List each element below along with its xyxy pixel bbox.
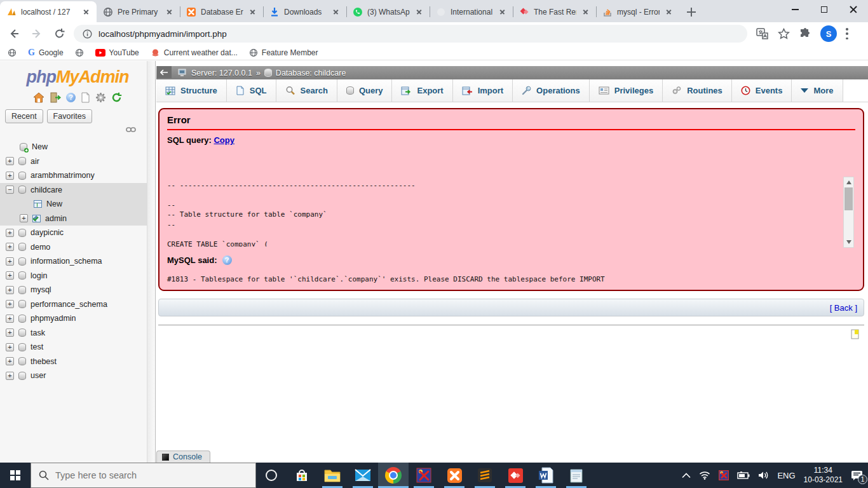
tree-item-thebest[interactable]: +thebest xyxy=(0,355,155,369)
tree-item-performance-schema[interactable]: +performance_schema xyxy=(0,297,155,312)
scroll-down-icon[interactable] xyxy=(846,240,851,244)
help-icon[interactable]: ? xyxy=(222,255,232,265)
browser-tab-whatsapp[interactable]: (3) WhatsApp xyxy=(346,1,430,22)
taskbar-clock[interactable]: 11:3410-03-2021 xyxy=(804,466,843,485)
scroll-up-icon[interactable] xyxy=(846,180,851,184)
expand-icon[interactable]: + xyxy=(6,315,14,323)
tab-structure[interactable]: Structure xyxy=(156,79,227,102)
expand-icon[interactable]: + xyxy=(6,329,14,337)
tree-item-mysql[interactable]: +mysql xyxy=(0,283,155,297)
speaker-icon[interactable] xyxy=(758,471,769,480)
expand-icon[interactable]: + xyxy=(20,214,28,222)
expand-icon[interactable]: + xyxy=(6,343,14,351)
logout-icon[interactable] xyxy=(50,92,61,103)
sidebar-collapse-button[interactable] xyxy=(157,66,172,78)
code-scrollbar[interactable] xyxy=(843,177,854,248)
expand-icon[interactable]: + xyxy=(6,286,14,294)
minimize-button[interactable] xyxy=(780,0,810,19)
tab-query[interactable]: Query xyxy=(337,79,393,102)
tree-item-air[interactable]: +air xyxy=(0,154,155,169)
refresh-icon[interactable] xyxy=(111,92,122,103)
browser-tab-fastremote[interactable]: The Fast Remo xyxy=(513,1,596,22)
expand-icon[interactable]: + xyxy=(6,357,14,365)
taskbar-app-explorer[interactable] xyxy=(317,463,348,488)
tab-import[interactable]: Import xyxy=(453,79,513,102)
recent-button[interactable]: Recent xyxy=(5,109,43,123)
tree-item-childcare-new-table[interactable]: New xyxy=(0,197,155,212)
tab-export[interactable]: Export xyxy=(392,79,452,102)
expand-icon[interactable]: + xyxy=(6,229,14,237)
taskbar-search[interactable] xyxy=(31,463,256,488)
notification-center-button[interactable]: 1 xyxy=(851,470,863,481)
favorites-button[interactable]: Favorites xyxy=(47,109,92,123)
expand-icon[interactable]: + xyxy=(6,172,14,180)
bookmark-feature-member[interactable]: Feature Member xyxy=(249,48,318,57)
taskbar-app-mail[interactable] xyxy=(348,463,378,488)
browser-tab-localhost[interactable]: localhost / 127 xyxy=(0,1,97,22)
tab-operations[interactable]: Operations xyxy=(513,79,590,102)
tree-item-new-database[interactable]: New xyxy=(0,140,155,154)
expand-icon[interactable]: + xyxy=(6,257,14,266)
tree-item-test[interactable]: +test xyxy=(0,340,155,355)
tree-item-task[interactable]: +task xyxy=(0,326,155,341)
bookmark-google[interactable]: GGoogle xyxy=(28,48,64,58)
home-icon[interactable] xyxy=(33,92,44,103)
translate-icon[interactable] xyxy=(756,27,769,40)
tree-item-childcare[interactable]: −childcare xyxy=(0,183,155,198)
browser-tab-preprimary[interactable]: Pre Primary Sc xyxy=(97,1,180,22)
bookmark-star-icon[interactable] xyxy=(778,28,790,40)
profile-avatar[interactable]: S xyxy=(820,25,837,42)
bookmark-weather[interactable]: Current weather dat... xyxy=(151,48,238,57)
taskbar-app-store[interactable] xyxy=(287,463,317,488)
tree-item-daypicnic[interactable]: +daypicnic xyxy=(0,226,155,240)
bookmark-globe-2[interactable] xyxy=(75,48,84,57)
breadcrumb-server[interactable]: Server: 127.0.0.1 xyxy=(191,69,252,78)
tree-item-phpmyadmin[interactable]: +phpmyadmin xyxy=(0,311,155,326)
link-icon[interactable] xyxy=(126,126,136,133)
extensions-icon[interactable] xyxy=(799,27,811,40)
taskbar-app-fastremote[interactable] xyxy=(500,463,531,488)
bookmark-youtube[interactable]: YouTube xyxy=(95,48,139,57)
sidebar-scrollbar[interactable] xyxy=(147,61,155,463)
close-icon[interactable] xyxy=(581,7,591,17)
settings-gear-icon[interactable] xyxy=(95,92,106,103)
back-link[interactable]: [ Back ] xyxy=(830,303,857,313)
docs-icon[interactable] xyxy=(81,92,90,103)
close-icon[interactable] xyxy=(331,7,341,17)
bookmark-globe[interactable] xyxy=(8,48,17,57)
console-tab[interactable]: Console xyxy=(156,451,210,463)
browser-tab-database-error[interactable]: Database Error xyxy=(180,1,263,22)
back-button[interactable] xyxy=(5,25,23,43)
tree-item-login[interactable]: +login xyxy=(0,269,155,283)
tab-sql[interactable]: SQL xyxy=(227,79,276,102)
close-window-button[interactable] xyxy=(839,0,868,19)
tree-item-childcare-admin[interactable]: +admin xyxy=(0,212,155,226)
taskbar-app-chrome[interactable] xyxy=(378,463,409,488)
expand-icon[interactable]: + xyxy=(6,243,14,251)
language-indicator[interactable]: ENG xyxy=(777,471,795,480)
tab-routines[interactable]: Routines xyxy=(663,79,732,102)
sql-code-block[interactable]: -- -------------------------------------… xyxy=(167,151,855,247)
close-icon[interactable] xyxy=(165,7,175,17)
close-icon[interactable] xyxy=(248,7,258,17)
collapse-icon[interactable]: − xyxy=(6,186,14,194)
breadcrumb-database[interactable]: Database: childcare xyxy=(276,69,346,78)
maximize-button[interactable] xyxy=(810,0,839,19)
browser-tab-mysql-error[interactable]: mysql - Error: xyxy=(596,1,679,22)
taskbar-app-notepad[interactable] xyxy=(561,463,592,488)
taskbar-app-word[interactable] xyxy=(531,463,561,488)
tree-item-information-schema[interactable]: +information_schema xyxy=(0,254,155,269)
tab-privileges[interactable]: Privileges xyxy=(590,79,663,102)
tray-chevron-icon[interactable] xyxy=(682,473,691,478)
expand-icon[interactable]: + xyxy=(6,157,14,165)
forward-button[interactable] xyxy=(28,25,46,43)
reload-button[interactable] xyxy=(51,25,69,43)
pma-logo[interactable]: phpMyAdmin xyxy=(0,61,155,87)
taskbar-app-sublime[interactable] xyxy=(470,463,500,488)
scrollbar-thumb[interactable] xyxy=(844,187,853,210)
expand-icon[interactable]: + xyxy=(6,271,14,280)
wifi-icon[interactable] xyxy=(699,471,710,480)
url-text[interactable]: localhost/phpmyadmin/import.php xyxy=(98,29,227,39)
close-icon[interactable] xyxy=(81,7,92,17)
search-input[interactable] xyxy=(55,470,233,480)
